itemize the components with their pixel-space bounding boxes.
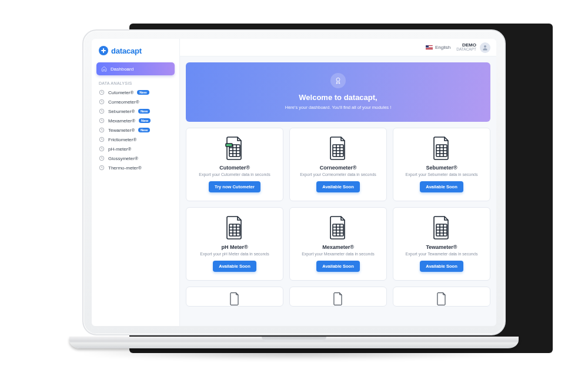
app-screen: datacapt Dashboard DATA ANALYSIS Cutomet… (92, 39, 496, 326)
card-phmeter: pH Meter® Export your pH Meter data in s… (186, 207, 283, 281)
sidebar-item-label: Sebumeter® (108, 109, 135, 114)
clock-icon (99, 108, 105, 114)
sidebar-item-phmeter[interactable]: pH-meter® (96, 144, 175, 154)
sidebar-item-corneometer[interactable]: Corneometer® (96, 97, 175, 107)
available-soon-button[interactable]: Available Soon (213, 261, 256, 272)
spreadsheet-icon (224, 135, 245, 161)
new-badge: New (139, 118, 151, 123)
sidebar-item-label: Frictiometer® (108, 137, 136, 142)
clock-icon (99, 89, 105, 95)
new-badge: New (137, 90, 149, 95)
sidebar-item-label: Cutometer® (108, 90, 133, 95)
sidebar-item-label: Tewameter® (108, 128, 135, 133)
spreadsheet-icon (224, 215, 245, 241)
svg-point-9 (336, 78, 340, 81)
spreadsheet-icon (328, 135, 349, 161)
available-soon-button[interactable]: Available Soon (316, 261, 360, 272)
module-grid: Cutometer® Export your Cutometer data in… (186, 128, 490, 307)
spreadsheet-icon (329, 292, 347, 306)
available-soon-button[interactable]: Available Soon (420, 181, 463, 192)
user-menu[interactable]: DEMO DATACAPT (456, 42, 490, 53)
card-peek (289, 287, 387, 307)
card-title: Corneometer® (320, 165, 357, 171)
sidebar-item-label: Dashboard (111, 66, 133, 72)
laptop-lid: datacapt Dashboard DATA ANALYSIS Cutomet… (82, 29, 506, 335)
language-label: English (435, 45, 450, 50)
svg-rect-11 (226, 144, 232, 147)
sidebar: datacapt Dashboard DATA ANALYSIS Cutomet… (92, 39, 180, 326)
sidebar-item-label: Mexameter® (108, 118, 135, 124)
card-title: Sebumeter® (426, 165, 457, 171)
clock-icon (99, 118, 105, 124)
card-title: Mexameter® (322, 244, 354, 250)
card-sebumeter: Sebumeter® Export your Sebumeter data in… (393, 128, 490, 201)
spreadsheet-icon (433, 292, 450, 306)
brand-name: datacapt (111, 46, 142, 55)
sidebar-item-thermometer[interactable]: Thermo-meter® (96, 163, 175, 172)
card-corneometer: Corneometer® Export your Corneometer dat… (289, 128, 387, 201)
new-badge: New (138, 109, 150, 114)
clock-icon (99, 155, 105, 161)
org-label: DATACAPT (456, 48, 476, 52)
sidebar-item-label: pH-meter® (108, 147, 131, 152)
hero-title: Welcome to datacapt, (193, 93, 483, 102)
sidebar-item-dashboard[interactable]: Dashboard (96, 62, 175, 75)
clock-icon (99, 165, 105, 171)
sidebar-item-label: Thermo-meter® (108, 165, 142, 171)
spreadsheet-icon (431, 135, 452, 161)
card-desc: Export your pH Meter data in seconds (200, 252, 269, 256)
sidebar-item-tewameter[interactable]: Tewameter® New (96, 125, 175, 135)
hero-banner: Welcome to datacapt, Here's your dashboa… (186, 62, 490, 122)
language-switch[interactable]: English (426, 45, 450, 50)
card-desc: Export your Mexameter data in seconds (302, 252, 375, 256)
card-desc: Export your Sebumeter data in seconds (406, 172, 478, 177)
clock-icon (99, 146, 105, 152)
card-title: pH Meter® (221, 244, 248, 250)
clock-icon (99, 99, 105, 105)
card-mexameter: Mexameter® Export your Mexameter data in… (289, 207, 387, 281)
flag-us-icon (426, 45, 433, 50)
sidebar-item-sebumeter[interactable]: Sebumeter® New (96, 107, 175, 116)
card-tewameter: Tewameter® Export your Tewameter data in… (393, 207, 490, 281)
card-desc: Export your Cutometer data in seconds (199, 172, 270, 177)
card-peek (186, 287, 283, 307)
card-cutometer: Cutometer® Export your Cutometer data in… (186, 128, 283, 201)
brand[interactable]: datacapt (96, 44, 175, 60)
home-icon (101, 66, 107, 72)
card-title: Cutometer® (219, 165, 250, 171)
card-desc: Export your Tewameter data in seconds (406, 252, 478, 256)
spreadsheet-icon (431, 215, 452, 241)
main-area: English DEMO DATACAPT W (180, 39, 496, 326)
sidebar-item-cutometer[interactable]: Cutometer® New (96, 88, 175, 97)
content-scroll[interactable]: Welcome to datacapt, Here's your dashboa… (180, 56, 496, 326)
sidebar-item-glossymeter[interactable]: Glossymeter® (96, 154, 175, 163)
card-desc: Export your Corneometer data in seconds (300, 172, 376, 177)
laptop-base (69, 337, 519, 348)
topbar: English DEMO DATACAPT (180, 39, 496, 56)
new-badge: New (138, 128, 150, 132)
clock-icon (99, 137, 105, 142)
sidebar-item-label: Glossymeter® (108, 156, 138, 161)
card-title: Tewameter® (426, 244, 457, 250)
clock-icon (99, 127, 105, 133)
sidebar-item-frictiometer[interactable]: Frictiometer® (96, 135, 175, 144)
sidebar-item-label: Corneometer® (108, 99, 139, 105)
brand-logo-icon (99, 46, 108, 55)
user-text: DEMO DATACAPT (456, 43, 476, 52)
sidebar-section-label: DATA ANALYSIS (99, 81, 172, 85)
hero-award-icon (330, 73, 346, 88)
available-soon-button[interactable]: Available Soon (316, 181, 360, 192)
spreadsheet-icon (328, 215, 349, 241)
spreadsheet-icon (226, 292, 243, 306)
avatar-icon (480, 42, 490, 53)
try-cutometer-button[interactable]: Try now Cutometer (209, 181, 260, 192)
available-soon-button[interactable]: Available Soon (420, 261, 463, 272)
sidebar-item-mexameter[interactable]: Mexameter® New (96, 116, 175, 125)
card-peek (393, 287, 490, 307)
hero-subtitle: Here's your dashboard. You'll find all o… (193, 105, 483, 110)
